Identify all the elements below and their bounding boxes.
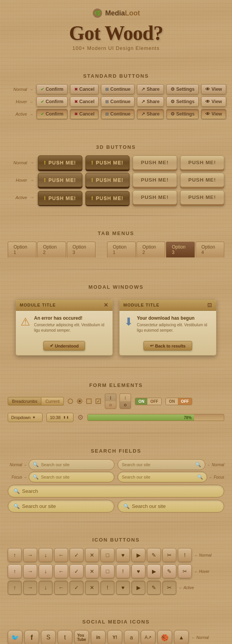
icon-btn-check-active[interactable]: ✓ — [70, 581, 84, 595]
error-modal-close[interactable]: ✕ — [104, 302, 109, 308]
tab-option2-g2[interactable]: Option 2 — [136, 242, 165, 257]
icon-btn-heart-normal[interactable]: ♥ — [116, 548, 130, 562]
cancel-btn-normal[interactable]: ✖Cancel — [70, 84, 99, 94]
off-button-2[interactable]: OFF — [178, 398, 192, 405]
icon-btn-up-normal[interactable]: ↑ — [8, 548, 22, 562]
youtube-icon-normal[interactable]: YouTube — [74, 630, 89, 644]
icon-btn-up-hover[interactable]: ↑ — [8, 564, 22, 578]
continue-btn-active[interactable]: ⊞Continue — [101, 109, 135, 119]
icon-btn-play-active[interactable]: ▶ — [131, 581, 145, 595]
3d-btn-dark1-normal[interactable]: !PUSH ME! — [38, 155, 82, 170]
cancel-btn-hover[interactable]: ✖Cancel — [70, 97, 99, 107]
view-btn-hover[interactable]: 👁View — [201, 97, 226, 107]
on-button-1[interactable]: ON — [135, 398, 147, 405]
checkbox-checked[interactable]: ✓ — [96, 399, 101, 404]
share-btn-hover[interactable]: ↗Share — [137, 97, 164, 107]
dropdown-select[interactable]: Dropdown ▼ — [8, 413, 43, 422]
icon-btn-left-hover[interactable]: ← — [54, 564, 68, 578]
back-to-results-button[interactable]: ↩Back to results — [143, 341, 192, 351]
icon-btn-box-normal[interactable]: □ — [101, 548, 114, 562]
share-btn-active[interactable]: ↗Share — [137, 109, 164, 119]
icon-btn-edit-normal[interactable]: ✎ — [147, 548, 161, 562]
3d-btn-light1-hover[interactable]: PUSH ME! — [133, 173, 177, 187]
radio-unselected[interactable] — [68, 399, 73, 404]
3d-btn-light2-normal[interactable]: PUSH ME! — [180, 155, 225, 170]
icon-btn-right-normal[interactable]: → — [23, 548, 37, 562]
settings-btn-normal[interactable]: ⚙Settings — [166, 84, 199, 94]
download-modal-resize[interactable]: ⊡ — [207, 302, 212, 308]
breadcrumb-button[interactable]: Breadcrumbs — [8, 397, 41, 405]
3d-btn-dark2-hover[interactable]: !PUSH ME! — [85, 173, 130, 187]
tab-option1-g2[interactable]: Option 1 — [107, 242, 136, 257]
search-full-2[interactable]: 🔍 Search our site — [8, 500, 114, 513]
search-field-focus-left[interactable]: 🔍 Search our site — [29, 472, 114, 482]
search-full-left[interactable]: 🔍 Search — [8, 485, 224, 497]
amazon-icon-normal[interactable]: a — [124, 630, 139, 644]
tab-option3-g1[interactable]: Option 3 — [67, 242, 96, 257]
icon-btn-x-normal[interactable]: ✕ — [85, 548, 99, 562]
analytics-icon-normal[interactable]: A↗ — [141, 630, 155, 644]
icon-btn-scissors-active[interactable]: ✂ — [162, 581, 176, 595]
3d-btn-light1-active[interactable]: PUSH ME! — [133, 190, 177, 204]
toggle-switch-1[interactable]: | O — [105, 394, 116, 409]
icon-btn-scissors-normal[interactable]: ✂ — [162, 548, 176, 562]
icon-btn-edit-active[interactable]: ✎ — [147, 581, 161, 595]
icon-btn-up-active[interactable]: ↑ — [8, 581, 22, 595]
icon-btn-down-normal[interactable]: ↓ — [39, 548, 53, 562]
tumblr-icon-normal[interactable]: t — [58, 630, 72, 644]
icon-btn-play-normal[interactable]: ▶ — [131, 548, 145, 562]
3d-btn-dark1-active[interactable]: !PUSH ME! — [38, 191, 82, 205]
icon-btn-heart-hover[interactable]: ♥ — [131, 564, 145, 578]
understood-button[interactable]: ✔Understood — [43, 341, 85, 351]
digg-icon-normal[interactable]: ▲ — [174, 630, 189, 644]
toggle-switch-2[interactable]: | O — [119, 394, 131, 409]
facebook-icon-normal[interactable]: f — [24, 630, 39, 644]
icon-btn-edit-hover[interactable]: ✎ — [162, 564, 176, 578]
linkedin-icon-normal[interactable]: in — [91, 630, 106, 644]
3d-btn-dark1-hover[interactable]: !PUSH ME! — [38, 173, 82, 187]
icon-btn-x-hover[interactable]: ✕ — [85, 564, 99, 578]
view-btn-active[interactable]: 👁View — [201, 109, 226, 119]
skype-icon-normal[interactable]: S — [41, 630, 56, 644]
3d-btn-light2-hover[interactable]: PUSH ME! — [180, 173, 225, 187]
time-input[interactable]: 10:38 ⬆⬇ — [46, 413, 73, 422]
3d-btn-dark2-normal[interactable]: !PUSH ME! — [85, 155, 130, 170]
icon-btn-heart-active[interactable]: ♥ — [116, 581, 130, 595]
search-field-focus-right[interactable]: Search our site 🔍 — [118, 472, 207, 482]
settings-btn-hover[interactable]: ⚙Settings — [166, 97, 199, 107]
share-btn-normal[interactable]: ↗Share — [137, 84, 164, 94]
icon-btn-info-hover[interactable]: ! — [116, 564, 130, 578]
view-btn-normal[interactable]: 👁View — [201, 84, 226, 94]
on-off-toggle-2[interactable]: ON OFF — [165, 398, 192, 405]
tab-option4-g2[interactable]: Option 4 — [196, 242, 224, 257]
search-field-normal-right[interactable]: Search our site 🔍 — [118, 459, 205, 470]
icon-btn-box-hover[interactable]: □ — [101, 564, 114, 578]
search-full-3[interactable]: 🔍 Search our site — [118, 500, 224, 513]
confirm-btn-hover[interactable]: ✔Confirm — [36, 97, 68, 107]
icon-btn-right-hover[interactable]: → — [23, 564, 37, 578]
confirm-btn-normal[interactable]: ✔Confirm — [36, 84, 68, 94]
confirm-btn-active[interactable]: ✔Confirm — [36, 109, 68, 119]
yahoo-icon-normal[interactable]: Y! — [107, 630, 122, 644]
icon-btn-down-active[interactable]: ↓ — [39, 581, 53, 595]
icon-btn-play-hover[interactable]: ▶ — [147, 564, 161, 578]
continue-btn-hover[interactable]: ⊞Continue — [101, 97, 135, 107]
icon-btn-info-normal[interactable]: ! — [178, 548, 192, 562]
icon-btn-left-normal[interactable]: ← — [54, 548, 68, 562]
icon-btn-right-active[interactable]: → — [23, 581, 37, 595]
on-button-2[interactable]: ON — [166, 398, 178, 405]
settings-btn-active[interactable]: ⚙Settings — [166, 109, 199, 119]
icon-btn-check-normal[interactable]: ✓ — [70, 548, 84, 562]
tab-option3-g2[interactable]: Option 3 — [166, 242, 194, 257]
checkbox-unchecked[interactable] — [86, 399, 92, 404]
search-field-normal-left[interactable]: 🔍 Search our site — [29, 459, 114, 470]
on-off-toggle-1[interactable]: ON OFF — [135, 398, 162, 405]
radio-selected[interactable] — [77, 399, 82, 404]
icon-btn-scissors-hover[interactable]: ✂ — [178, 564, 192, 578]
off-button-1[interactable]: OFF — [147, 398, 161, 405]
icon-btn-x-active[interactable]: ✕ — [85, 581, 99, 595]
tab-option2-g1[interactable]: Option 2 — [37, 242, 66, 257]
icon-btn-left-active[interactable]: ← — [54, 581, 68, 595]
icon-btn-down-hover[interactable]: ↓ — [39, 564, 53, 578]
icon-btn-info-active[interactable]: ! — [101, 581, 114, 595]
